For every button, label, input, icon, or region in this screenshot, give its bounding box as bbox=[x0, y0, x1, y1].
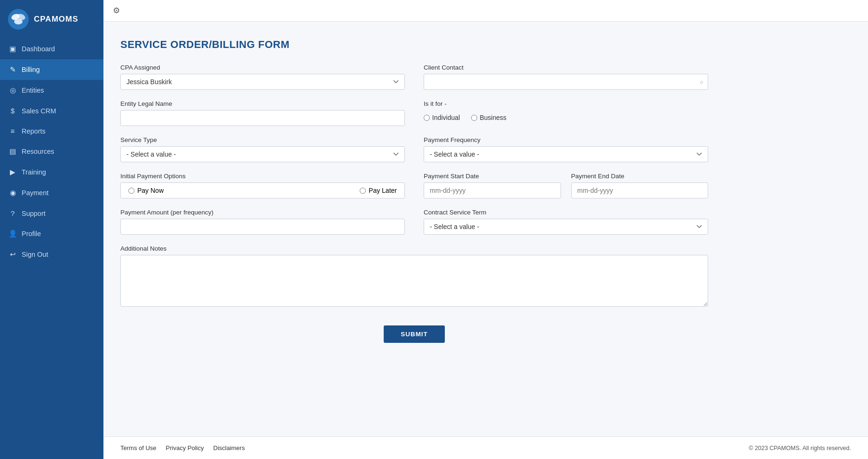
pay-now-radio[interactable] bbox=[128, 188, 134, 194]
payment-start-label: Payment Start Date bbox=[424, 173, 561, 180]
sidebar-item-payment[interactable]: ◉ Payment bbox=[0, 182, 103, 203]
client-contact-wrapper: ○ bbox=[424, 74, 708, 90]
entities-icon: ◎ bbox=[8, 86, 17, 95]
footer: Terms of Use Privacy Policy Disclaimers … bbox=[103, 436, 868, 459]
payment-amount-input[interactable] bbox=[120, 219, 405, 235]
sidebar-item-support[interactable]: ? Support bbox=[0, 203, 103, 223]
business-radio[interactable] bbox=[471, 115, 477, 121]
sidebar-item-entities[interactable]: ◎ Entities bbox=[0, 80, 103, 101]
contract-service-select[interactable]: - Select a value - bbox=[424, 219, 708, 235]
additional-notes-group: Additional Notes bbox=[120, 245, 708, 307]
payment-amount-label: Payment Amount (per frequency) bbox=[120, 209, 405, 216]
payment-options-row: Pay Now Pay Later bbox=[120, 182, 405, 198]
payment-start-input[interactable] bbox=[424, 182, 561, 198]
footer-links: Terms of Use Privacy Policy Disclaimers bbox=[120, 444, 245, 451]
terms-link[interactable]: Terms of Use bbox=[120, 444, 157, 451]
individual-option[interactable]: Individual bbox=[424, 114, 460, 121]
dates-row: Payment Start Date Payment End Date bbox=[424, 173, 708, 198]
sidebar-label-reports: Reports bbox=[22, 127, 46, 135]
client-contact-input[interactable] bbox=[424, 74, 708, 90]
entity-legal-name-label: Entity Legal Name bbox=[120, 100, 405, 107]
sidebar-item-reports[interactable]: ≡ Reports bbox=[0, 121, 103, 141]
sidebar-item-resources[interactable]: ▤ Resources bbox=[0, 141, 103, 162]
sidebar-label-payment: Payment bbox=[22, 189, 48, 197]
service-type-label: Service Type bbox=[120, 136, 405, 143]
pay-now-option[interactable]: Pay Now bbox=[128, 187, 164, 194]
sidebar: CPAMOMS ▣ Dashboard ✎ Billing ◎ Entities… bbox=[0, 0, 103, 459]
contract-service-label: Contract Service Term bbox=[424, 209, 708, 216]
main-content: ⚙ SERVICE ORDER/BILLING FORM CPA Assigne… bbox=[103, 0, 868, 459]
payment-frequency-group: Payment Frequency - Select a value - bbox=[424, 136, 708, 162]
sidebar-item-sales-crm[interactable]: $ Sales CRM bbox=[0, 101, 103, 121]
sidebar-label-resources: Resources bbox=[22, 148, 54, 155]
entity-legal-name-input[interactable] bbox=[120, 110, 405, 126]
sidebar-label-support: Support bbox=[22, 210, 46, 217]
payment-amount-group: Payment Amount (per frequency) bbox=[120, 209, 405, 235]
is-it-for-radio-group: Individual Business bbox=[424, 110, 708, 125]
support-icon: ? bbox=[8, 209, 17, 217]
svg-point-3 bbox=[14, 19, 23, 24]
sidebar-item-training[interactable]: ▶ Training bbox=[0, 162, 103, 182]
sidebar-item-sign-out[interactable]: ↩ Sign Out bbox=[0, 244, 103, 265]
topbar: ⚙ bbox=[103, 0, 868, 22]
privacy-link[interactable]: Privacy Policy bbox=[166, 444, 204, 451]
sidebar-logo: CPAMOMS bbox=[0, 0, 103, 39]
cpa-assigned-label: CPA Assigned bbox=[120, 64, 405, 71]
pay-now-label: Pay Now bbox=[137, 187, 164, 194]
client-contact-label: Client Contact bbox=[424, 64, 708, 71]
reports-icon: ≡ bbox=[8, 127, 17, 135]
payment-frequency-select[interactable]: - Select a value - bbox=[424, 146, 708, 162]
client-contact-search-icon: ○ bbox=[700, 79, 703, 86]
is-it-for-label: Is it for - bbox=[424, 100, 708, 107]
disclaimers-link[interactable]: Disclaimers bbox=[213, 444, 245, 451]
resources-icon: ▤ bbox=[8, 147, 17, 156]
payment-end-group: Payment End Date bbox=[571, 173, 709, 198]
individual-label: Individual bbox=[432, 114, 460, 121]
dashboard-icon: ▣ bbox=[8, 45, 17, 53]
payment-icon: ◉ bbox=[8, 189, 17, 197]
sign-out-icon: ↩ bbox=[8, 250, 17, 259]
cpa-assigned-select[interactable]: Jessica Buskirk bbox=[120, 74, 405, 90]
app-logo-icon bbox=[8, 8, 29, 30]
additional-notes-label: Additional Notes bbox=[120, 245, 708, 252]
profile-icon: 👤 bbox=[8, 230, 17, 238]
sales-crm-icon: $ bbox=[8, 107, 17, 115]
service-type-group: Service Type - Select a value - bbox=[120, 136, 405, 162]
is-it-for-group: Is it for - Individual Business bbox=[424, 100, 708, 126]
sidebar-item-profile[interactable]: 👤 Profile bbox=[0, 223, 103, 244]
pay-later-label: Pay Later bbox=[369, 187, 397, 194]
pay-later-option[interactable]: Pay Later bbox=[360, 187, 397, 194]
service-type-select[interactable]: - Select a value - bbox=[120, 146, 405, 162]
business-option[interactable]: Business bbox=[471, 114, 506, 121]
sidebar-item-dashboard[interactable]: ▣ Dashboard bbox=[0, 39, 103, 59]
submit-button[interactable]: SUBMIT bbox=[384, 325, 445, 343]
additional-notes-textarea[interactable] bbox=[120, 255, 708, 307]
billing-form: CPA Assigned Jessica Buskirk Client Cont… bbox=[120, 64, 708, 343]
sidebar-label-billing: Billing bbox=[22, 66, 40, 73]
initial-payment-label: Initial Payment Options bbox=[120, 173, 405, 180]
page-title: SERVICE ORDER/BILLING FORM bbox=[120, 39, 849, 51]
client-contact-group: Client Contact ○ bbox=[424, 64, 708, 90]
billing-icon: ✎ bbox=[8, 65, 17, 74]
sidebar-label-entities: Entities bbox=[22, 87, 44, 94]
initial-payment-group: Initial Payment Options Pay Now Pay Late… bbox=[120, 173, 405, 198]
cpa-assigned-group: CPA Assigned Jessica Buskirk bbox=[120, 64, 405, 90]
sidebar-label-dashboard: Dashboard bbox=[22, 45, 55, 53]
payment-frequency-label: Payment Frequency bbox=[424, 136, 708, 143]
sidebar-label-sales-crm: Sales CRM bbox=[22, 107, 56, 115]
payment-end-input[interactable] bbox=[571, 182, 709, 198]
training-icon: ▶ bbox=[8, 168, 17, 176]
sidebar-label-training: Training bbox=[22, 168, 46, 176]
sidebar-label-sign-out: Sign Out bbox=[22, 251, 48, 258]
sidebar-label-profile: Profile bbox=[22, 230, 41, 237]
pay-later-radio[interactable] bbox=[360, 188, 366, 194]
business-label: Business bbox=[480, 114, 506, 121]
individual-radio[interactable] bbox=[424, 115, 430, 121]
payment-start-group: Payment Start Date bbox=[424, 173, 561, 198]
contract-service-group: Contract Service Term - Select a value - bbox=[424, 209, 708, 235]
app-name: CPAMOMS bbox=[34, 15, 79, 24]
payment-end-label: Payment End Date bbox=[571, 173, 709, 180]
payment-dates-group: Payment Start Date Payment End Date bbox=[424, 173, 708, 198]
filter-icon[interactable]: ⚙ bbox=[113, 6, 120, 16]
sidebar-item-billing[interactable]: ✎ Billing bbox=[0, 59, 103, 80]
